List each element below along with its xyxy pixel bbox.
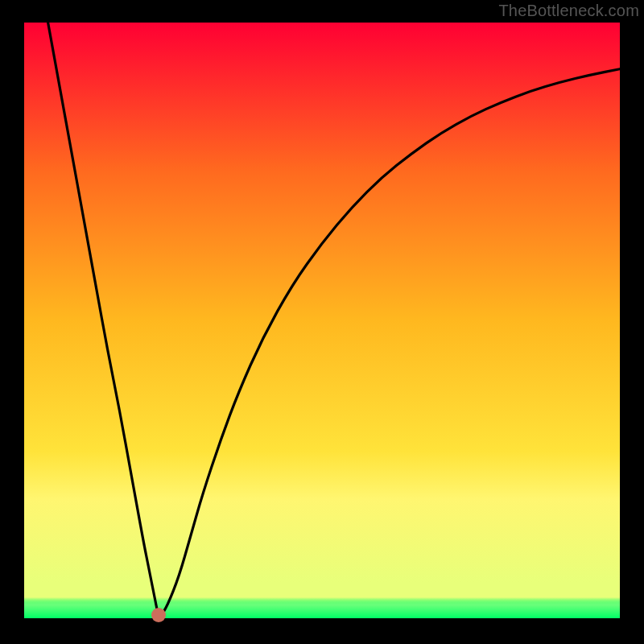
chart-frame: TheBottleneck.com — [0, 0, 644, 644]
optimum-marker — [151, 608, 166, 622]
plot-area — [24, 23, 620, 618]
bottleneck-curve — [24, 23, 620, 618]
watermark-text: TheBottleneck.com — [498, 2, 639, 20]
